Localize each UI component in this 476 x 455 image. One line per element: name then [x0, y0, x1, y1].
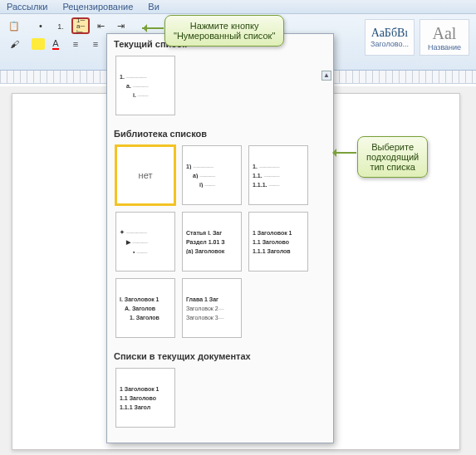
- paste-group: 📋 🖌: [5, 17, 23, 52]
- callout-choose-type: Выберите подходящий тип списка: [357, 136, 428, 178]
- list-tile-decimal[interactable]: 1. ———— 1.1. ——— 1.1.1. ——: [248, 145, 308, 205]
- style-preview: Aal: [433, 24, 457, 43]
- list-tile-bullets[interactable]: ✦ ———— ▶ ——— ▪ ——: [115, 212, 175, 272]
- increase-indent-button[interactable]: ⇥: [111, 17, 130, 34]
- list-tile-paren[interactable]: 1) ———— a) ——— i) ——: [182, 145, 242, 205]
- scroll-up-icon[interactable]: ▲: [321, 71, 331, 81]
- list-tile-none[interactable]: нет: [115, 145, 175, 205]
- style-name: Заголово...: [370, 40, 409, 48]
- numbering-button[interactable]: [52, 17, 70, 34]
- style-heading[interactable]: АаБбВı Заголово...: [365, 19, 415, 56]
- multilevel-icon: 1─a─i─: [76, 17, 85, 35]
- numbering-icon: [57, 21, 64, 31]
- list-tile-chapter[interactable]: Глава 1 Заг Заголовок 2— Заголовок 3—: [182, 278, 242, 338]
- list-tile-heading-num[interactable]: 1 Заголовок 1 1.1 Заголово 1.1.1 Заголов: [248, 212, 308, 272]
- tab-mailings[interactable]: Рассылки: [7, 2, 47, 12]
- multilevel-list-button[interactable]: 1─a─i─: [71, 17, 90, 34]
- align-left-button[interactable]: ≡: [66, 36, 85, 52]
- tab-view[interactable]: Ви: [148, 2, 159, 12]
- format-painter-button[interactable]: 🖌: [5, 36, 23, 52]
- bullets-icon: [39, 21, 42, 31]
- style-title[interactable]: Aal Название: [420, 19, 469, 56]
- docs-list-tile[interactable]: 1 Заголовок 1 1.1 Заголово 1.1.1 Загол: [115, 368, 175, 428]
- section-docs-title: Списки в текущих документах: [107, 346, 333, 364]
- multilevel-list-dropdown: ▲ Текущий список 1. ———— a. ——— i. —— Би…: [106, 33, 334, 443]
- styles-gallery: АаБбВı Заголово... Aal Название: [363, 17, 471, 57]
- section-library-title: Библиотека списков: [107, 124, 333, 142]
- paste-button[interactable]: 📋: [5, 17, 23, 34]
- list-tile-article[interactable]: Статья I. Заг Раздел 1.01 З (a) Заголово…: [182, 212, 242, 272]
- list-tile-roman[interactable]: I. Заголовок 1 A. Заголов 1. Заголов: [115, 278, 175, 338]
- tab-review[interactable]: Рецензирование: [62, 2, 133, 12]
- ribbon-tabs: Рассылки Рецензирование Ви: [0, 0, 476, 14]
- callout-press-button: Нажмите кнопку "Нумерованный список": [164, 15, 284, 46]
- highlight-button[interactable]: [32, 38, 45, 50]
- font-color-button[interactable]: A: [47, 36, 65, 52]
- style-preview: АаБбВı: [371, 27, 409, 40]
- decrease-indent-button[interactable]: ⇤: [91, 17, 110, 34]
- style-name: Название: [428, 43, 461, 51]
- align-center-button[interactable]: ≡: [86, 36, 105, 52]
- bullets-button[interactable]: [32, 17, 50, 34]
- current-list-tile[interactable]: 1. ———— a. ——— i. ——: [115, 56, 175, 115]
